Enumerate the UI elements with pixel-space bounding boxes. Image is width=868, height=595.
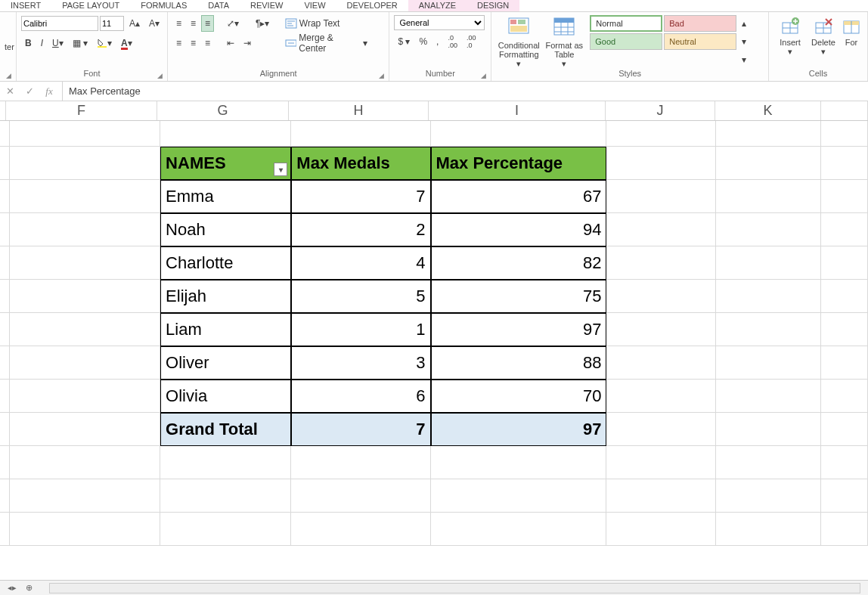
formula-enter-icon[interactable]: ✓ (20, 85, 39, 97)
sheet-nav-icon[interactable]: ◂▸ (8, 583, 17, 593)
format-as-table-label: Format as Table (541, 41, 587, 59)
tab-insert[interactable]: INSERT (0, 0, 51, 11)
cell-pct[interactable]: 82 (431, 246, 607, 280)
table-row: Charlotte 4 82 (0, 246, 868, 280)
borders-button[interactable]: ▦ ▾ (69, 35, 91, 51)
col-header-k[interactable]: K (715, 101, 821, 120)
italic-button[interactable]: I (37, 35, 47, 51)
number-format-combo[interactable]: General (394, 15, 485, 30)
cell-styles-more-icon[interactable]: ▾ (738, 51, 750, 68)
col-header-g[interactable]: G (157, 101, 289, 120)
conditional-formatting-button[interactable]: Conditional Formatting ▾ (496, 15, 541, 68)
cell-pct[interactable]: 70 (431, 380, 607, 413)
header-names[interactable]: NAMES ▾ (160, 147, 291, 180)
col-header[interactable] (821, 101, 868, 120)
number-launcher-icon[interactable]: ◢ (479, 72, 488, 81)
col-header-h[interactable]: H (289, 101, 429, 120)
fill-color-button[interactable]: ▾ (93, 35, 116, 51)
align-center-icon[interactable]: ≡ (187, 35, 200, 51)
cell-style-neutral[interactable]: Neutral (664, 33, 736, 50)
cell-style-bad[interactable]: Bad (664, 15, 736, 32)
col-header-f[interactable]: F (6, 101, 157, 120)
font-color-button[interactable]: A ▾ (117, 35, 136, 51)
cell-name[interactable]: Elijah (160, 280, 291, 313)
tab-page-layout[interactable]: PAGE LAYOUT (51, 0, 130, 11)
font-launcher-icon[interactable]: ◢ (155, 72, 164, 81)
formula-input[interactable]: Max Percentage (62, 82, 868, 101)
accounting-format-button[interactable]: $ ▾ (394, 33, 414, 50)
increase-font-icon[interactable]: A▴ (126, 15, 144, 32)
align-right-icon[interactable]: ≡ (201, 35, 214, 51)
merge-center-button[interactable]: Merge & Center ▾ (281, 35, 372, 51)
cell-style-normal[interactable]: Normal (590, 15, 662, 32)
align-bottom-icon[interactable]: ≡ (201, 15, 214, 32)
tab-analyze[interactable]: ANALYZE (408, 0, 467, 11)
cell-pct[interactable]: 94 (431, 213, 607, 246)
decrease-indent-icon[interactable]: ⇤ (223, 35, 238, 51)
cell-pct[interactable]: 97 (431, 313, 607, 346)
cell-name[interactable]: Liam (160, 313, 291, 346)
grand-total-label[interactable]: Grand Total (160, 413, 291, 446)
increase-decimal-button[interactable]: .0.00 (444, 33, 461, 50)
cell-medals[interactable]: 1 (291, 313, 430, 346)
cell-name[interactable]: Noah (160, 213, 291, 246)
cell-name[interactable]: Charlotte (160, 246, 291, 280)
insert-function-icon[interactable]: fx (39, 85, 59, 98)
tab-review[interactable]: REVIEW (240, 0, 293, 11)
bold-button[interactable]: B (21, 35, 36, 51)
format-as-table-button[interactable]: Format as Table ▾ (541, 15, 587, 68)
col-header-i[interactable]: I (429, 101, 606, 120)
cell-styles-scroll-up-icon[interactable]: ▴ (738, 15, 750, 32)
formula-cancel-icon[interactable]: ✕ (0, 85, 20, 97)
insert-cells-button[interactable]: Insert ▾ (773, 15, 807, 56)
cell-medals[interactable]: 6 (291, 380, 430, 413)
delete-cells-button[interactable]: Delete ▾ (807, 15, 840, 56)
underline-button[interactable]: U ▾ (48, 35, 67, 51)
decrease-decimal-button[interactable]: .00.0 (463, 33, 480, 50)
font-name-combo[interactable] (21, 16, 98, 31)
text-direction-button[interactable]: ¶▸▾ (252, 15, 273, 32)
col-header[interactable] (0, 101, 6, 120)
cell-pct[interactable]: 67 (431, 180, 607, 213)
cell-medals[interactable]: 4 (291, 246, 430, 280)
align-middle-icon[interactable]: ≡ (187, 15, 200, 32)
increase-indent-icon[interactable]: ⇥ (240, 35, 255, 51)
horizontal-scrollbar[interactable] (49, 583, 860, 593)
cell-medals[interactable]: 3 (291, 346, 430, 380)
tab-developer[interactable]: DEVELOPER (336, 0, 408, 11)
new-sheet-icon[interactable]: ⊕ (26, 583, 33, 593)
col-header-j[interactable]: J (606, 101, 715, 120)
orientation-button[interactable]: ⤢▾ (223, 15, 243, 32)
clipboard-launcher-icon[interactable]: ◢ (4, 72, 13, 81)
comma-format-button[interactable]: , (432, 33, 442, 50)
svg-rect-5 (518, 20, 525, 24)
cell-medals[interactable]: 7 (291, 180, 430, 213)
percent-format-button[interactable]: % (415, 33, 431, 50)
cell-name[interactable]: Olivia (160, 380, 291, 413)
grand-total-pct[interactable]: 97 (431, 413, 607, 446)
spreadsheet-grid[interactable]: F G H I J K NAMES ▾ Max Medals Max Perce… (0, 101, 868, 546)
alignment-launcher-icon[interactable]: ◢ (377, 72, 386, 81)
tab-view[interactable]: VIEW (293, 0, 336, 11)
decrease-font-icon[interactable]: A▾ (145, 15, 163, 32)
filter-dropdown-icon[interactable]: ▾ (274, 163, 287, 176)
cell-pct[interactable]: 75 (431, 280, 607, 313)
cell-medals[interactable]: 5 (291, 280, 430, 313)
wrap-text-button[interactable]: Wrap Text (281, 15, 372, 32)
cell-name[interactable]: Emma (160, 180, 291, 213)
cell-pct[interactable]: 88 (431, 346, 607, 380)
tab-formulas[interactable]: FORMULAS (130, 0, 197, 11)
header-max-percentage[interactable]: Max Percentage (431, 147, 607, 180)
tab-design[interactable]: DESIGN (467, 0, 519, 11)
tab-data[interactable]: DATA (197, 0, 240, 11)
grand-total-medals[interactable]: 7 (291, 413, 430, 446)
align-top-icon[interactable]: ≡ (172, 15, 185, 32)
cell-medals[interactable]: 2 (291, 213, 430, 246)
cell-name[interactable]: Oliver (160, 346, 291, 380)
font-size-combo[interactable] (100, 16, 124, 31)
format-cells-button[interactable]: For (840, 15, 863, 47)
header-max-medals[interactable]: Max Medals (291, 147, 430, 180)
cell-styles-scroll-down-icon[interactable]: ▾ (738, 33, 750, 50)
align-left-icon[interactable]: ≡ (172, 35, 185, 51)
cell-style-good[interactable]: Good (590, 33, 662, 50)
